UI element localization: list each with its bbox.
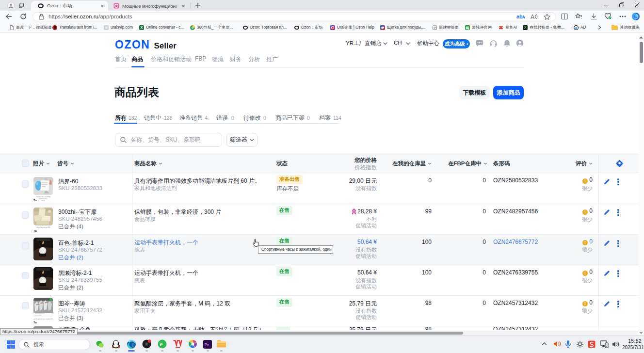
svg-text:e: e xyxy=(160,340,163,348)
svg-text:A: A xyxy=(531,14,534,20)
svg-text:ab: ab xyxy=(516,14,523,19)
svg-text:Pr: Pr xyxy=(205,342,209,347)
